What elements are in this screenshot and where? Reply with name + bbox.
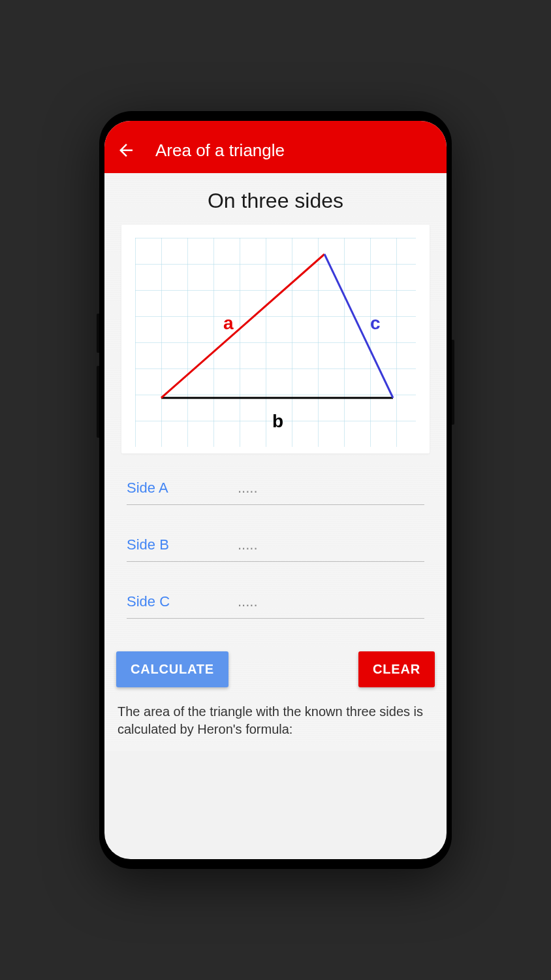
description-text: The area of the triangle with the known … bbox=[111, 699, 440, 751]
diagram-label-c: c bbox=[370, 313, 381, 333]
side-b-label: Side B bbox=[127, 536, 238, 553]
side-b-field[interactable] bbox=[238, 536, 424, 553]
clear-button[interactable]: CLEAR bbox=[358, 651, 435, 687]
phone-device-frame: Area of a triangle On three sides a c bbox=[99, 111, 452, 869]
side-button bbox=[97, 366, 99, 438]
page-title: Area of a triangle bbox=[155, 140, 285, 161]
app-screen: Area of a triangle On three sides a c bbox=[104, 121, 447, 859]
diagram-label-b: b bbox=[272, 411, 283, 431]
input-section: Side A Side B Side C bbox=[111, 460, 440, 638]
side-a-field[interactable] bbox=[238, 480, 424, 497]
back-arrow-icon[interactable] bbox=[116, 140, 136, 160]
side-button bbox=[97, 314, 99, 353]
triangle-diagram: a c b bbox=[121, 225, 430, 453]
input-row-side-a: Side A bbox=[127, 480, 424, 505]
section-subtitle: On three sides bbox=[111, 173, 440, 225]
input-row-side-b: Side B bbox=[127, 536, 424, 562]
app-bar: Area of a triangle bbox=[104, 121, 447, 173]
side-c-field[interactable] bbox=[238, 593, 424, 610]
triangle-diagram-svg: a c b bbox=[135, 238, 416, 447]
side-c-label: Side C bbox=[127, 593, 238, 610]
calculate-button[interactable]: CALCULATE bbox=[116, 651, 228, 687]
content-area: On three sides a c b bbox=[104, 173, 447, 751]
diagram-label-a: a bbox=[223, 313, 234, 333]
button-row: CALCULATE CLEAR bbox=[111, 638, 440, 699]
side-button bbox=[452, 340, 454, 425]
side-a-label: Side A bbox=[127, 480, 238, 497]
input-row-side-c: Side C bbox=[127, 593, 424, 619]
